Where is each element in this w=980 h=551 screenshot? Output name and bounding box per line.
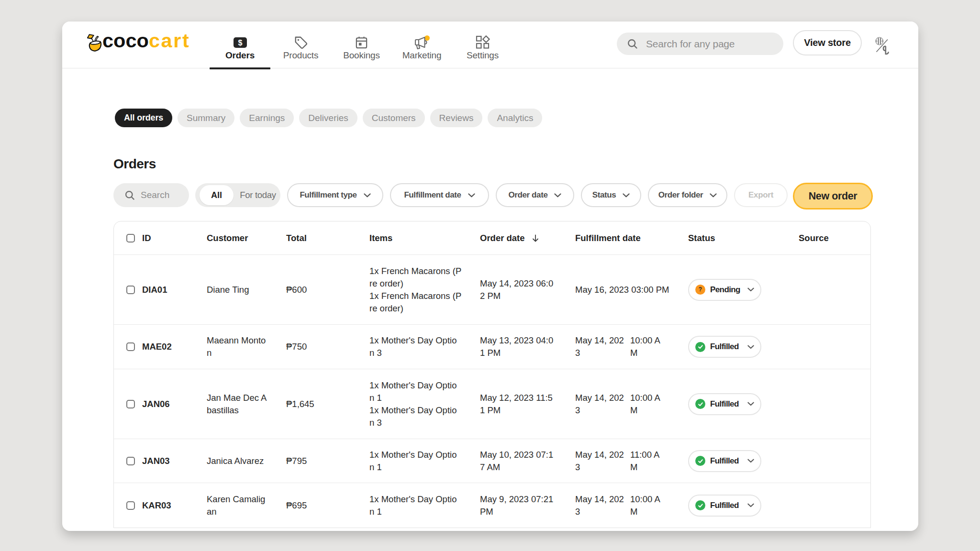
svg-text:$: $ [238, 39, 242, 47]
svg-text:?: ? [699, 287, 702, 293]
